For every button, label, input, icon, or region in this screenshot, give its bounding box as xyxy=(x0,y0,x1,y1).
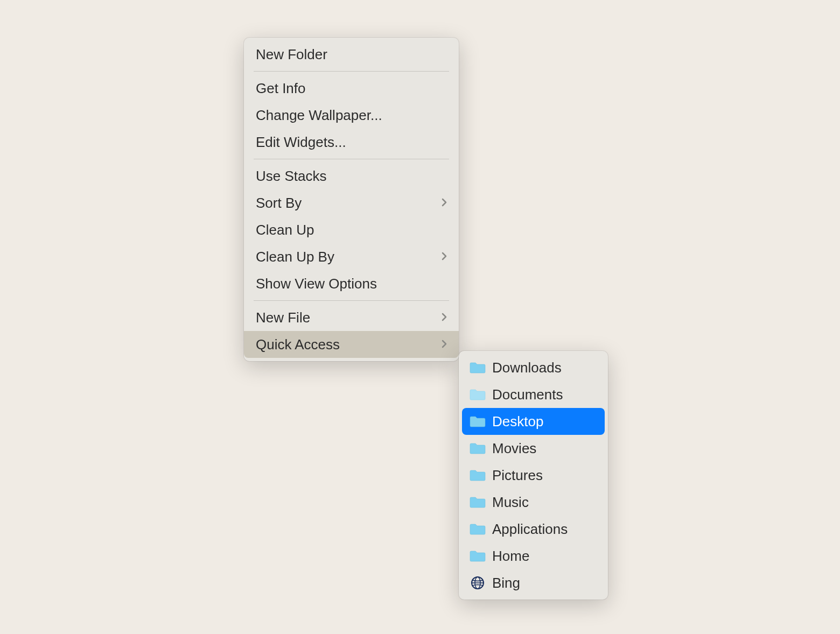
submenu-item-desktop[interactable]: Desktop xyxy=(462,408,605,435)
menu-item-label: Sort By xyxy=(256,195,302,212)
submenu-item-label: Downloads xyxy=(492,360,562,376)
context-menu-quick-access: Downloads Documents Desktop Movies Pictu… xyxy=(459,351,608,600)
menu-separator xyxy=(254,159,449,159)
submenu-item-home[interactable]: Home xyxy=(462,543,605,569)
submenu-item-label: Bing xyxy=(492,575,520,591)
globe-icon xyxy=(470,576,486,589)
folder-icon xyxy=(470,496,486,509)
context-menu-main: New Folder Get Info Change Wallpaper... … xyxy=(244,38,459,361)
menu-item-label: Clean Up By xyxy=(256,249,334,265)
chevron-right-icon xyxy=(442,197,447,209)
menu-item-clean-up[interactable]: Clean Up xyxy=(244,216,459,243)
submenu-item-label: Movies xyxy=(492,440,536,457)
submenu-item-label: Documents xyxy=(492,386,563,403)
submenu-item-label: Pictures xyxy=(492,467,543,484)
menu-item-label: Clean Up xyxy=(256,222,314,238)
submenu-item-label: Music xyxy=(492,494,529,511)
folder-icon xyxy=(470,415,486,428)
submenu-item-music[interactable]: Music xyxy=(462,489,605,516)
menu-item-label: Change Wallpaper... xyxy=(256,107,382,124)
menu-item-label: New File xyxy=(256,309,310,326)
folder-icon xyxy=(470,550,486,562)
submenu-item-movies[interactable]: Movies xyxy=(462,435,605,462)
menu-item-change-wallpaper[interactable]: Change Wallpaper... xyxy=(244,102,459,129)
submenu-item-label: Home xyxy=(492,548,529,565)
menu-item-use-stacks[interactable]: Use Stacks xyxy=(244,163,459,189)
submenu-item-bing[interactable]: Bing xyxy=(462,569,605,596)
folder-icon xyxy=(470,523,486,536)
menu-item-clean-up-by[interactable]: Clean Up By xyxy=(244,243,459,270)
submenu-item-applications[interactable]: Applications xyxy=(462,516,605,543)
menu-item-label: Edit Widgets... xyxy=(256,134,346,151)
menu-item-get-info[interactable]: Get Info xyxy=(244,75,459,102)
menu-item-edit-widgets[interactable]: Edit Widgets... xyxy=(244,129,459,156)
menu-item-label: Use Stacks xyxy=(256,168,327,185)
folder-icon xyxy=(470,361,486,374)
submenu-item-label: Desktop xyxy=(492,413,543,430)
menu-item-label: Show View Options xyxy=(256,276,377,292)
menu-item-show-view-options[interactable]: Show View Options xyxy=(244,270,459,297)
menu-item-sort-by[interactable]: Sort By xyxy=(244,189,459,216)
menu-separator xyxy=(254,300,449,301)
menu-item-new-file[interactable]: New File xyxy=(244,304,459,331)
menu-item-new-folder[interactable]: New Folder xyxy=(244,41,459,68)
menu-item-label: Get Info xyxy=(256,80,306,97)
chevron-right-icon xyxy=(442,312,447,324)
submenu-item-label: Applications xyxy=(492,521,568,538)
menu-item-quick-access[interactable]: Quick Access xyxy=(244,331,459,358)
menu-separator xyxy=(254,71,449,72)
folder-icon xyxy=(470,442,486,455)
menu-item-label: Quick Access xyxy=(256,336,340,353)
submenu-item-downloads[interactable]: Downloads xyxy=(462,354,605,381)
folder-icon xyxy=(470,469,486,482)
folder-icon xyxy=(470,388,486,401)
submenu-item-documents[interactable]: Documents xyxy=(462,381,605,408)
chevron-right-icon xyxy=(442,251,447,263)
chevron-right-icon xyxy=(442,339,447,351)
menu-item-label: New Folder xyxy=(256,46,327,63)
submenu-item-pictures[interactable]: Pictures xyxy=(462,462,605,489)
